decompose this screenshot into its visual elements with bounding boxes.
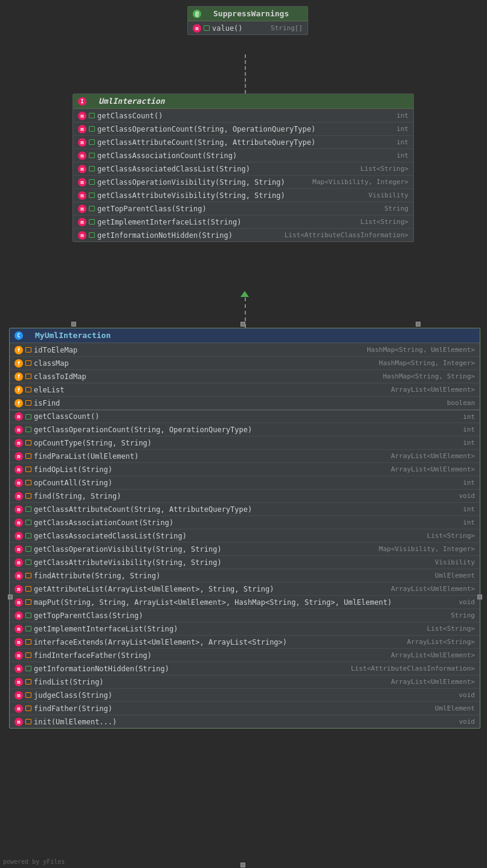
ui-row-9: m getInformationNotHidden(String) List<A… (73, 228, 413, 241)
resize-handle-right[interactable] (477, 595, 482, 599)
field-type: HashMap<String, UmlElement> (367, 346, 475, 354)
lock-open-icon (25, 666, 31, 672)
lock-closed-icon (25, 453, 31, 459)
m-icon: m (15, 665, 23, 673)
ret: Map<Visibility, Integer> (379, 545, 475, 553)
m-icon: m (15, 532, 23, 540)
field-row-3: f eleList ArrayList<UmlElement> (10, 383, 480, 396)
m-icon: m (15, 704, 23, 713)
method-name: getClassAssociatedClassList(String) (97, 165, 353, 173)
field-row-2: f classToIdMap HashMap<String, String> (10, 369, 480, 383)
lock-closed-icon (25, 480, 31, 486)
suppress-warnings-header: @ SuppressWarnings (188, 7, 308, 21)
method-name: findFather(String) (34, 704, 428, 713)
method-name: findInterfaceFather(String) (34, 651, 384, 660)
ret: List<String> (427, 532, 475, 540)
method-name: mapPut(String, String, ArrayList<UmlElem… (34, 598, 452, 607)
lock-closed-icon (25, 360, 31, 366)
lock-closed-icon (25, 639, 31, 645)
ret: int (463, 519, 475, 526)
field-type: HashMap<String, String> (383, 372, 475, 380)
inheritance-arrow (240, 291, 249, 297)
ret: String (451, 611, 475, 619)
my-method-row-9: m getClassAssociatedClassList(String) Li… (10, 529, 480, 542)
my-method-row-20: m findList(String) ArrayList<UmlElement> (10, 675, 480, 688)
ret: Visibility (435, 558, 475, 566)
watermark: powered by yFiles (3, 858, 65, 865)
resize-handle-left[interactable] (8, 595, 13, 599)
lock-icon (89, 193, 95, 199)
method-name: opCountType(String, String) (34, 439, 456, 447)
my-method-row-11: m getClassAttributeVisibility(String, St… (10, 555, 480, 569)
ret: ArrayList<UmlElement> (391, 651, 475, 659)
ret: ArrayList<UmlElement> (391, 452, 475, 460)
lock-open-icon (25, 533, 31, 539)
ui-row-5: m getClassOperationVisibility(String, St… (73, 175, 413, 188)
ret: void (459, 718, 476, 726)
my-method-row-15: m getTopParentClass(String) String (10, 608, 480, 622)
m-icon: m (78, 191, 86, 200)
ret: int (463, 426, 475, 433)
lock-icon (89, 219, 95, 225)
m-icon: m (15, 718, 23, 726)
method-name: getClassOperationCount(String, Operation… (34, 426, 456, 434)
method-name: getAttributeList(ArrayList<UmlElement>, … (34, 585, 384, 593)
resize-handle-tl[interactable] (71, 322, 76, 327)
my-method-row-10: m getClassOperationVisibility(String, St… (10, 542, 480, 555)
my-method-row-14: m mapPut(String, String, ArrayList<UmlEl… (10, 595, 480, 608)
f-icon: f (15, 399, 23, 407)
lock-spacer3 (25, 332, 33, 339)
m-icon: m (15, 426, 23, 434)
lock-icon (89, 232, 95, 238)
ui-row-7: m getTopParentClass(String) String (73, 202, 413, 215)
ret: void (459, 492, 476, 500)
annotation-icon: @ (193, 10, 201, 18)
lock-closed-icon (25, 374, 31, 380)
suppress-warnings-title: SuppressWarnings (213, 9, 289, 18)
m-icon: m (15, 638, 23, 646)
m-icon: m (15, 479, 23, 487)
uml-interaction-card: I UmlInteraction m getClassCount() int m… (73, 94, 414, 242)
method-name: findList(String) (34, 678, 384, 686)
ret: int (396, 125, 408, 133)
ret: UmlElement (435, 572, 475, 579)
field-row-4: f isFind boolean (10, 396, 480, 409)
ret: int (396, 112, 408, 120)
method-name: getInformationNotHidden(String) (97, 231, 277, 240)
ret: UmlElement (435, 704, 475, 712)
uml-interaction-header: I UmlInteraction (73, 94, 413, 109)
m-icon: m (15, 625, 23, 633)
resize-handle-tr[interactable] (240, 322, 245, 327)
f-icon: f (15, 386, 23, 394)
method-name: findAttribute(String, String) (34, 572, 428, 580)
lock-closed-icon (25, 347, 31, 353)
my-method-row-2: m opCountType(String, String) int (10, 436, 480, 449)
lock-open-icon (25, 560, 31, 566)
method-name: judgeClass(String) (34, 691, 452, 700)
method-name: getImplementInterfaceList(String) (97, 218, 353, 226)
method-name: getClassCount() (34, 412, 456, 421)
ret: int (396, 138, 408, 146)
resize-handle-bottom-center[interactable] (240, 863, 245, 867)
my-uml-interaction-card: C MyUmlInteraction f idToEleMap HashMap<… (9, 328, 480, 729)
resize-handle-br[interactable] (416, 322, 421, 327)
my-method-row-0: m getClassCount() int (10, 409, 480, 423)
method-name: getClassAttributeVisibility(String, Stri… (97, 191, 361, 200)
method-name: getClassAssociatedClassList(String) (34, 532, 420, 540)
lock-closed-icon (25, 679, 31, 685)
lock-spacer (204, 10, 211, 18)
return-type: String[] (271, 24, 303, 32)
my-method-row-3: m findParaList(UmlElement) ArrayList<Uml… (10, 449, 480, 462)
ret: Map<Visibility, Integer> (312, 178, 408, 186)
m-icon: m (15, 545, 23, 554)
ret: int (463, 439, 475, 447)
my-method-row-12: m findAttribute(String, String) UmlEleme… (10, 569, 480, 582)
method-name: getImplementInterfaceList(String) (34, 625, 420, 633)
m-icon: m (78, 152, 86, 160)
method-name: getClassOperationVisibility(String, Stri… (97, 178, 305, 187)
my-method-row-6: m find(String, String) void (10, 489, 480, 502)
m-icon: m (15, 572, 23, 580)
ret: int (463, 479, 475, 487)
f-icon: f (15, 372, 23, 381)
lock-open-icon (25, 520, 31, 526)
